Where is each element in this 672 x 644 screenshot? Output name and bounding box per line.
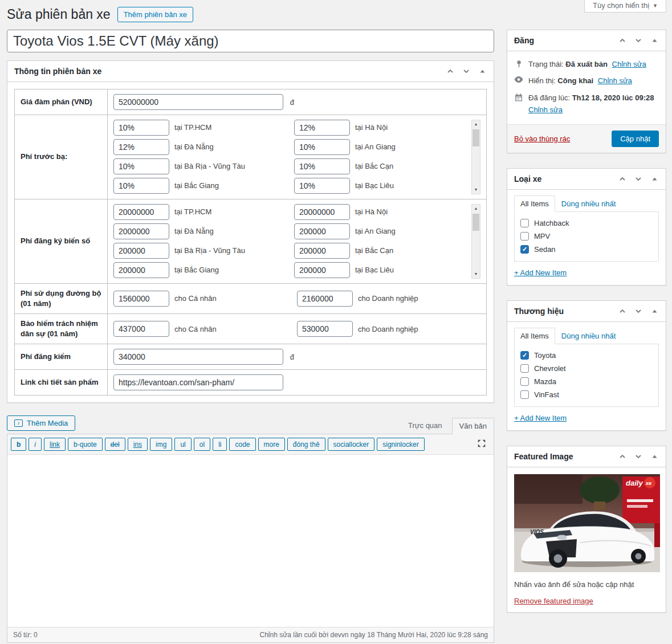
scroll-down-icon[interactable]: ▼ <box>472 186 480 194</box>
fee-input[interactable] <box>113 120 169 136</box>
fee-input[interactable] <box>113 204 169 220</box>
update-button[interactable]: Cập nhật <box>612 131 659 147</box>
road-fee-business-input[interactable] <box>297 291 353 307</box>
toggle-panel-icon[interactable] <box>646 171 662 187</box>
edit-status-link[interactable]: Chỉnh sửa <box>612 60 646 68</box>
fee-input[interactable] <box>294 262 350 278</box>
quicktag-blockquote[interactable]: b-quote <box>68 438 103 451</box>
fee-input[interactable] <box>294 243 350 259</box>
scrollbar[interactable]: ▲ ▼ <box>471 204 480 279</box>
vehicle-type-header[interactable]: Loại xe <box>507 169 666 190</box>
move-up-icon[interactable] <box>614 303 630 319</box>
fee-input[interactable] <box>294 120 350 136</box>
move-up-icon[interactable] <box>614 171 630 187</box>
toggle-panel-icon[interactable] <box>474 63 490 79</box>
fee-input[interactable] <box>294 223 350 239</box>
add-new-term-link[interactable]: + Add New Item <box>514 268 567 277</box>
fee-input[interactable] <box>113 158 169 174</box>
post-title-input[interactable] <box>7 30 494 52</box>
fee-input[interactable] <box>113 243 169 259</box>
checkbox-checked[interactable] <box>520 245 529 254</box>
scrollbar-thumb[interactable] <box>473 129 479 146</box>
move-up-icon[interactable] <box>614 449 630 464</box>
featured-image-header[interactable]: Featured Image <box>507 446 666 467</box>
featured-image-thumbnail[interactable]: daily xe <box>514 474 660 572</box>
checkbox[interactable] <box>520 390 529 399</box>
road-fee-personal-input[interactable] <box>113 291 169 307</box>
quicktag-del[interactable]: del <box>105 438 125 451</box>
screen-options-button[interactable]: Tùy chọn hiển thị ▼ <box>584 0 666 13</box>
move-down-icon[interactable] <box>630 171 646 187</box>
move-up-icon[interactable] <box>442 63 458 79</box>
tab-visual[interactable]: Trực quan <box>401 417 450 434</box>
toggle-panel-icon[interactable] <box>646 449 662 464</box>
term-row-chevrolet[interactable]: Chevrolet <box>515 362 658 375</box>
quicktag-code[interactable]: code <box>229 438 255 451</box>
add-new-term-link[interactable]: + Add New Item <box>514 414 567 422</box>
product-link-input[interactable] <box>113 374 283 390</box>
tab-all-items[interactable]: All Items <box>514 195 555 212</box>
quicktag-italic[interactable]: i <box>28 438 42 451</box>
checkbox[interactable] <box>520 364 529 373</box>
fee-input[interactable] <box>294 158 350 174</box>
quicktag-more[interactable]: more <box>258 438 285 451</box>
term-row-toyota[interactable]: Toyota <box>515 349 658 362</box>
term-row-sedan[interactable]: Sedan <box>515 243 658 256</box>
checkbox[interactable] <box>520 219 529 227</box>
remove-featured-image-link[interactable]: Remove featured image <box>514 597 593 605</box>
checkbox[interactable] <box>520 377 529 386</box>
fee-input[interactable] <box>294 139 350 155</box>
quicktag-link[interactable]: link <box>44 438 66 451</box>
tab-most-used[interactable]: Dùng nhiều nhất <box>555 195 622 212</box>
tab-text[interactable]: Văn bản <box>452 418 494 434</box>
term-row-vinfast[interactable]: VinFast <box>515 388 658 401</box>
quicktag-img[interactable]: img <box>150 438 172 451</box>
inspection-fee-input[interactable] <box>113 349 283 365</box>
insurance-business-input[interactable] <box>297 321 353 337</box>
checkbox[interactable] <box>520 232 529 241</box>
checkbox-checked[interactable] <box>520 351 529 360</box>
scroll-up-icon[interactable]: ▲ <box>472 120 480 128</box>
fee-input[interactable] <box>294 204 350 220</box>
post-content-textarea[interactable] <box>7 455 494 627</box>
info-metabox-header[interactable]: Thông tin phiên bản xe <box>7 61 494 82</box>
quicktag-close-tags[interactable]: đóng thẻ <box>287 438 325 451</box>
fee-input[interactable] <box>294 178 350 194</box>
scroll-up-icon[interactable]: ▲ <box>472 205 480 213</box>
move-up-icon[interactable] <box>614 32 630 48</box>
price-input[interactable] <box>113 94 283 110</box>
move-down-icon[interactable] <box>458 63 474 79</box>
fee-input[interactable] <box>113 223 169 239</box>
quicktag-signinlocker[interactable]: signinlocker <box>377 438 424 451</box>
term-row-mpv[interactable]: MPV <box>515 230 658 243</box>
quicktag-bold[interactable]: b <box>11 438 26 451</box>
tab-all-items[interactable]: All Items <box>514 328 555 344</box>
insurance-personal-input[interactable] <box>113 321 169 337</box>
add-media-button[interactable]: ♪ Thêm Media <box>7 415 75 431</box>
add-new-version-button[interactable]: Thêm phiên bản xe <box>117 7 193 22</box>
term-row-hatchback[interactable]: Hatchback <box>515 217 658 230</box>
brand-header[interactable]: Thương hiệu <box>507 301 666 322</box>
move-to-trash-link[interactable]: Bỏ vào thùng rác <box>514 134 570 143</box>
move-down-icon[interactable] <box>630 449 646 464</box>
fee-input[interactable] <box>113 178 169 194</box>
move-down-icon[interactable] <box>630 303 646 319</box>
edit-visibility-link[interactable]: Chỉnh sửa <box>598 76 632 85</box>
move-down-icon[interactable] <box>630 32 646 48</box>
scrollbar-thumb[interactable] <box>473 214 479 231</box>
fee-input[interactable] <box>113 139 169 155</box>
quicktag-sociallocker[interactable]: sociallocker <box>328 438 375 451</box>
term-row-mazda[interactable]: Mazda <box>515 375 658 388</box>
quicktag-li[interactable]: li <box>213 438 227 451</box>
publish-metabox-header[interactable]: Đăng <box>507 30 666 51</box>
quicktag-ul[interactable]: ul <box>174 438 191 451</box>
tab-most-used[interactable]: Dùng nhiều nhất <box>555 328 622 344</box>
fullscreen-icon[interactable] <box>472 436 491 453</box>
quicktag-ins[interactable]: ins <box>128 438 148 451</box>
quicktag-ol[interactable]: ol <box>194 438 210 451</box>
scroll-down-icon[interactable]: ▼ <box>472 270 480 278</box>
edit-published-link[interactable]: Chỉnh sửa <box>528 104 563 116</box>
toggle-panel-icon[interactable] <box>646 32 662 48</box>
scrollbar[interactable]: ▲ ▼ <box>471 120 480 194</box>
fee-input[interactable] <box>113 262 169 278</box>
